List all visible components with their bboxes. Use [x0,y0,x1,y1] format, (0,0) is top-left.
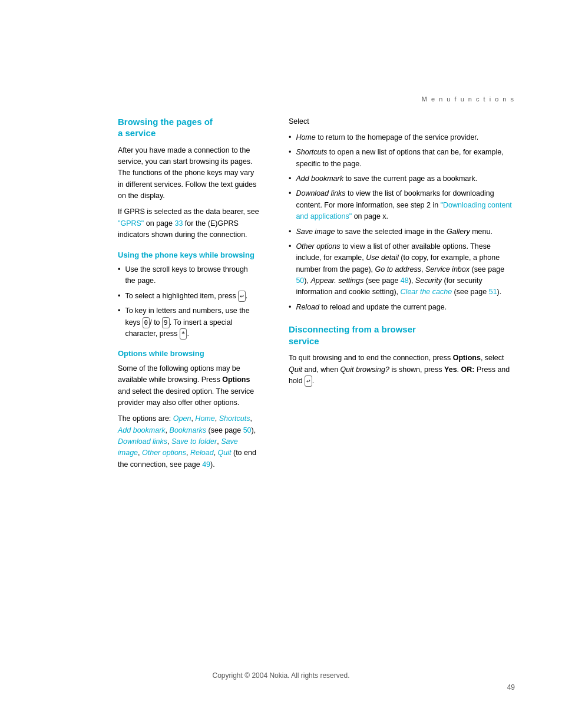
select-item-save-image: Save image to save the selected image in… [289,226,515,238]
appear-settings-page-link[interactable]: 48 [401,276,409,285]
option-home: Home [195,414,214,423]
bookmarks-page-link[interactable]: 50 [243,426,252,434]
option-download-links: Download links [118,437,167,446]
page: M e n u f u n c t i o n s Browsing the p… [0,0,562,728]
content-area: Browsing the pages of a service After yo… [0,110,562,499]
end-key-icon: ↩ [305,375,312,387]
select-item-reload: Reload to reload and update the current … [289,302,515,313]
select-item-home: Home to return to the homepage of the se… [289,132,515,143]
key-0-icon: 0 [143,317,150,328]
option-open: Open [173,414,191,423]
intro-para1: After you have made a connection to the … [118,145,259,202]
key-9-icon: 9 [162,317,170,328]
page-number: 49 [507,682,515,693]
copyright-text: Copyright © 2004 Nokia. All rights reser… [213,671,350,680]
select-item-add-bookmark: Add bookmark to save the current page as… [289,173,515,185]
option-quit: Quit [218,449,232,457]
main-heading: Browsing the pages of a service [118,116,259,139]
select-item-shortcuts: Shortcuts to open a new list of options … [289,147,515,170]
star-key-icon: * [180,328,187,340]
option-other-options: Other options [142,449,186,457]
downloading-link[interactable]: "Downloading content and applications" [296,201,511,220]
clear-cache-page-link[interactable]: 51 [489,288,497,296]
phone-keys-heading: Using the phone keys while browsing [118,249,259,261]
select-bullets-list: Home to return to the homepage of the se… [289,132,515,313]
phone-keys-list: Use the scroll keys to browse through th… [118,264,259,340]
disconnect-heading: Disconnecting from a browser service [289,324,515,347]
chapter-title: M e n u f u n c t i o n s [422,95,515,103]
footer: Copyright © 2004 Nokia. All rights reser… [0,658,562,693]
option-bookmarks: Bookmarks [170,426,207,434]
disconnect-para: To quit browsing and to end the connecti… [289,353,515,387]
clear-cache-link[interactable]: Clear the cache [401,288,452,296]
select-item-download-links: Download links to view the list of bookm… [289,188,515,222]
options-para1: Some of the following options may be ava… [118,363,259,409]
select-label: Select [289,116,515,127]
options-para2: The options are: Open, Home, Shortcuts, … [118,413,259,470]
option-add-bookmark: Add bookmark [118,426,166,434]
options-heading: Options while browsing [118,348,259,360]
quit-page-link[interactable]: 49 [202,460,210,469]
gprs-page-link[interactable]: 33 [174,219,183,228]
intro-para2: If GPRS is selected as the data bearer, … [118,206,259,241]
option-shortcuts: Shortcuts [219,414,250,423]
phone-keys-item-3: To key in letters and numbers, use the k… [118,305,259,340]
gprs-link[interactable]: "GPRS" [118,219,144,228]
left-column: Browsing the pages of a service After yo… [118,116,259,476]
chapter-header: M e n u f u n c t i o n s [0,0,562,110]
select-item-other-options: Other options to view a list of other av… [289,241,515,298]
option-save-to-folder: Save to folder [171,437,217,446]
phone-keys-item-1: Use the scroll keys to browse through th… [118,264,259,287]
phone-keys-item-2: To select a highlighted item, press ↩. [118,291,259,302]
option-reload: Reload [190,449,214,457]
service-inbox-page-link[interactable]: 50 [296,276,304,285]
enter-key-icon: ↩ [238,291,246,302]
right-column: Select Home to return to the homepage of… [277,116,515,476]
